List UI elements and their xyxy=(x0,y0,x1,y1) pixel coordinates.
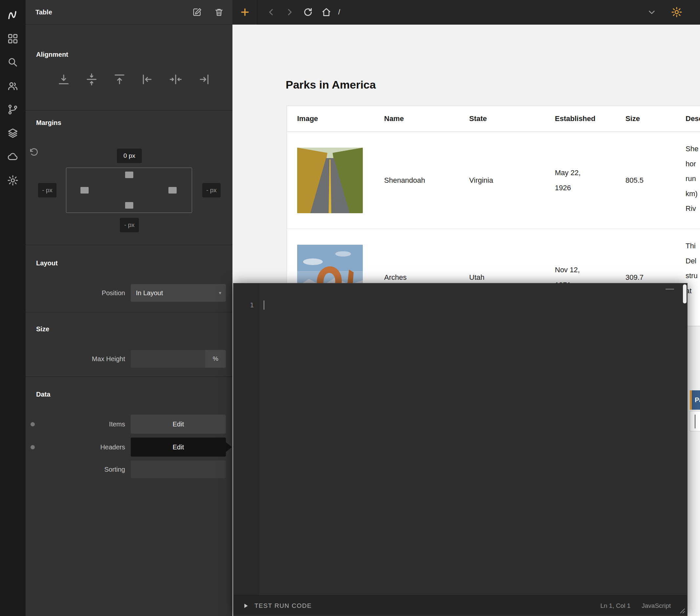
page-title: Parks in America xyxy=(286,78,376,91)
add-component-button[interactable] xyxy=(233,0,258,25)
headers-row: Headers Edit xyxy=(26,438,233,457)
established-line1: May 22, xyxy=(555,165,580,180)
description-line: Thi xyxy=(686,239,700,254)
cursor-position: Ln 1, Col 1 xyxy=(600,602,630,609)
popover-caret xyxy=(226,442,232,452)
items-row: Items Edit xyxy=(26,415,233,434)
search-icon xyxy=(7,57,18,68)
users-nav[interactable] xyxy=(0,74,26,98)
align-bottom-icon xyxy=(57,73,70,86)
headers-edit-button[interactable]: Edit xyxy=(131,438,226,457)
deploy-nav[interactable] xyxy=(0,145,26,169)
reset-icon xyxy=(29,147,39,157)
apps-grid-icon xyxy=(7,33,18,44)
position-label: Position xyxy=(39,289,125,297)
position-select[interactable]: In Layout ▾ xyxy=(131,284,226,302)
data-heading: Data xyxy=(36,391,233,398)
users-icon xyxy=(7,80,18,91)
app-root: Table Alignment xyxy=(0,0,700,616)
max-height-input[interactable] xyxy=(131,350,205,368)
app-settings-button[interactable] xyxy=(671,7,682,18)
col-header-description: Description xyxy=(686,106,700,131)
refresh-icon xyxy=(303,7,313,17)
top-toolbar: / xyxy=(233,0,700,25)
gear-icon xyxy=(671,7,682,18)
versions-nav[interactable] xyxy=(0,98,26,121)
app-logo[interactable] xyxy=(0,3,26,27)
alignment-heading: Alignment xyxy=(36,51,233,59)
left-icon-rail xyxy=(0,0,26,616)
page-dropdown-button[interactable] xyxy=(647,7,657,17)
table-header-row: Image Name State Established Size Descri… xyxy=(287,106,700,132)
home-button[interactable] xyxy=(321,7,332,17)
editor-gutter: 1 xyxy=(234,283,260,595)
align-bottom-button[interactable] xyxy=(57,73,70,86)
code-editor-popover: 1 TEST RUN CODE Ln 1, Col 1 JavaScript xyxy=(233,283,688,616)
col-header-name: Name xyxy=(384,106,469,131)
items-edit-button[interactable]: Edit xyxy=(131,415,226,434)
rename-component-button[interactable] xyxy=(192,7,202,17)
items-label: Items xyxy=(39,421,125,428)
margin-right-input[interactable]: - px xyxy=(202,183,221,197)
back-button[interactable] xyxy=(266,7,276,17)
layout-section: Layout Position In Layout ▾ xyxy=(26,245,233,312)
margin-top-handle[interactable] xyxy=(125,171,133,178)
layers-nav[interactable] xyxy=(0,121,26,145)
language-label: JavaScript xyxy=(641,602,671,609)
park-photo-shenandoah xyxy=(297,147,363,213)
search-nav[interactable] xyxy=(0,51,26,74)
margin-left-input[interactable]: - px xyxy=(38,183,57,197)
refresh-button[interactable] xyxy=(303,7,313,17)
col-header-size: Size xyxy=(625,106,686,131)
current-path: / xyxy=(338,8,340,16)
settings-nav[interactable] xyxy=(0,169,26,192)
git-branch-icon xyxy=(7,104,18,115)
align-horizontal-center-icon xyxy=(169,73,182,86)
max-height-label: Max Height xyxy=(39,355,125,363)
editor-caret xyxy=(264,300,264,310)
delete-component-button[interactable] xyxy=(214,7,224,17)
margin-top-input[interactable]: 0 px xyxy=(117,149,142,163)
sorting-label: Sorting xyxy=(39,466,125,473)
chevron-down-icon xyxy=(647,7,657,17)
position-row: Position In Layout ▾ xyxy=(26,284,233,302)
align-horizontal-center-button[interactable] xyxy=(169,73,182,86)
test-run-code-label: TEST RUN CODE xyxy=(254,602,312,609)
home-icon xyxy=(321,7,332,17)
edit-pencil-icon xyxy=(192,7,202,17)
trash-icon xyxy=(214,7,224,17)
sorting-row: Sorting xyxy=(26,461,233,478)
alignment-buttons xyxy=(57,73,210,86)
layout-heading: Layout xyxy=(36,259,233,267)
forward-button[interactable] xyxy=(284,7,295,17)
table-row[interactable]: Shenandoah Virginia May 22, 1926 805.5 S… xyxy=(287,132,700,229)
test-run-code-button[interactable]: TEST RUN CODE xyxy=(242,602,312,609)
align-right-button[interactable] xyxy=(197,73,210,86)
margin-left-handle[interactable] xyxy=(80,187,89,193)
size-cell: 805.5 xyxy=(625,132,686,229)
chevron-left-icon xyxy=(266,7,276,17)
margins-section: Margins 0 px - px - px - px xyxy=(26,111,233,245)
margin-right-handle[interactable] xyxy=(168,187,177,193)
code-editor-body[interactable]: 1 xyxy=(234,283,687,595)
align-vertical-center-button[interactable] xyxy=(85,73,98,86)
reset-margins-button[interactable] xyxy=(29,147,39,157)
editor-scrollbar-thumb[interactable] xyxy=(683,284,687,304)
align-left-button[interactable] xyxy=(141,73,154,86)
margins-box-diagram xyxy=(66,168,192,213)
size-section: Size Max Height % xyxy=(26,312,233,377)
align-top-button[interactable] xyxy=(113,73,126,86)
play-icon xyxy=(242,602,249,609)
resize-grip-icon[interactable] xyxy=(679,607,686,614)
editor-status-bar: TEST RUN CODE Ln 1, Col 1 JavaScript xyxy=(234,595,687,616)
sorting-input[interactable] xyxy=(131,461,226,478)
components-nav[interactable] xyxy=(0,27,26,51)
position-value: In Layout xyxy=(136,289,219,297)
margin-bottom-handle[interactable] xyxy=(125,202,133,209)
headers-label: Headers xyxy=(39,444,125,451)
description-cell: Thi Del stru at xyxy=(686,229,700,326)
input-fragment[interactable] xyxy=(690,411,700,431)
margin-bottom-input[interactable]: - px xyxy=(120,218,139,232)
logo-icon xyxy=(7,9,19,21)
component-tab-fragment[interactable]: Pa xyxy=(690,390,700,410)
